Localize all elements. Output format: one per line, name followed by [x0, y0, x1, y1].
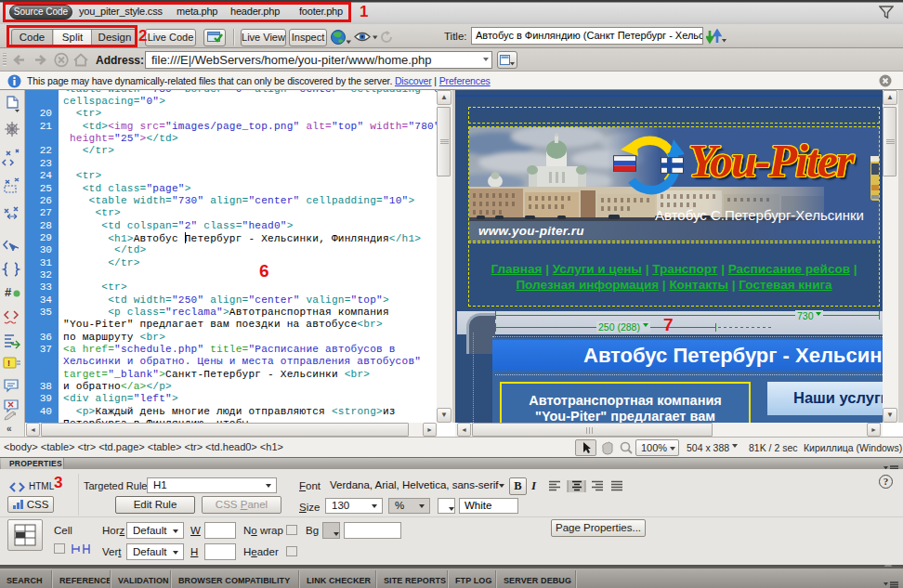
svg-text:#: #: [5, 285, 12, 299]
svg-text:!: !: [7, 359, 10, 368]
